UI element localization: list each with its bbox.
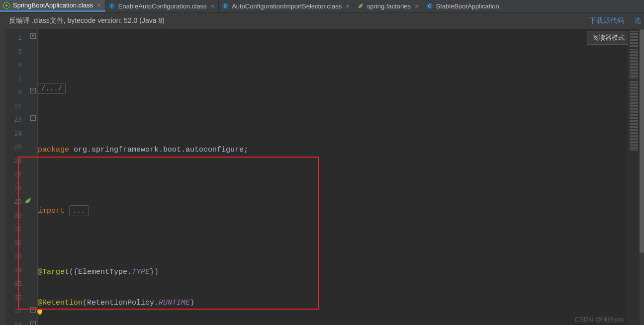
- code-editor[interactable]: /.../ package org.springframework.boot.a…: [38, 29, 628, 325]
- minimap-region: [630, 31, 638, 47]
- fold-expand-icon[interactable]: [30, 33, 36, 39]
- tab-label: AutoConfigurationImportSelector.class: [232, 2, 342, 10]
- minimap[interactable]: [628, 29, 640, 325]
- folded-imports[interactable]: ...: [69, 205, 89, 216]
- editor-tabs-bar: SpringBootApplication.class × I EnableAu…: [0, 0, 644, 12]
- line-number: 26: [6, 155, 29, 168]
- spring-gutter-icon[interactable]: [24, 197, 32, 205]
- line-number: 23: [6, 113, 29, 127]
- vertical-scrollbar[interactable]: [640, 29, 644, 325]
- fold-gutter: [29, 29, 38, 325]
- tab-autoconfigimportselector[interactable]: C AutoConfigurationImportSelector.class …: [219, 0, 354, 12]
- line-number: 33: [6, 250, 29, 264]
- minimap-region: [630, 81, 638, 151]
- line-number: 5: [6, 45, 29, 59]
- class-icon: C: [426, 2, 433, 9]
- tab-springbootapplication[interactable]: SpringBootApplication.class ×: [0, 0, 105, 12]
- fold-collapse-icon[interactable]: [30, 115, 36, 121]
- fold-expand-icon[interactable]: [30, 88, 36, 93]
- tab-label: EnableAutoConfiguration.class: [118, 2, 207, 10]
- scroll-thumb[interactable]: [640, 29, 644, 253]
- line-number: 32: [6, 237, 29, 250]
- watermark-text: CSDN @阿胜yss: [575, 315, 624, 324]
- class-icon: C: [222, 2, 229, 9]
- line-number: 6: [6, 59, 29, 73]
- editor-area: 1 5 6 7 8 22 23 24 25 26 27 28 29 30 31 …: [0, 29, 644, 325]
- line-number: 36: [6, 291, 29, 305]
- line-number: 7: [6, 73, 29, 86]
- download-source-link[interactable]: 下载源代码: [589, 16, 624, 25]
- line-number: 8: [6, 86, 29, 100]
- interface-icon: I: [108, 2, 115, 9]
- tab-enableautoconfiguration[interactable]: I EnableAutoConfiguration.class ×: [105, 0, 219, 12]
- line-number: 31: [6, 223, 29, 237]
- fold-collapse-icon[interactable]: [30, 321, 36, 325]
- select-link[interactable]: 选: [634, 16, 641, 25]
- line-number: 34: [6, 264, 29, 278]
- decompile-message: 反编译 .class文件, bytecode version: 52.0 (Ja…: [9, 16, 165, 25]
- close-icon[interactable]: ×: [211, 2, 215, 10]
- spring-leaf-icon: [357, 2, 364, 9]
- tab-label: SpringBootApplication.class: [13, 1, 93, 9]
- svg-text:I: I: [111, 3, 112, 8]
- decompile-info-bar: 反编译 .class文件, bytecode version: 52.0 (Ja…: [0, 12, 644, 29]
- fold-collapse-icon[interactable]: [30, 307, 36, 313]
- line-number: 24: [6, 127, 29, 141]
- tab-spring-factories[interactable]: spring.factories ×: [354, 0, 423, 12]
- line-number: 1: [6, 31, 29, 45]
- line-number: 38: [6, 319, 29, 325]
- line-number: 30: [6, 209, 29, 223]
- close-icon[interactable]: ×: [415, 2, 419, 10]
- svg-text:C: C: [428, 3, 431, 8]
- line-number: 22: [6, 100, 29, 114]
- line-number: 27: [6, 168, 29, 182]
- svg-text:C: C: [224, 3, 227, 8]
- line-number-gutter: 1 5 6 7 8 22 23 24 25 26 27 28 29 30 31 …: [6, 29, 29, 325]
- tab-stablebootapplication[interactable]: C StableBootApplication.: [423, 0, 506, 12]
- minimap-region: [630, 49, 638, 79]
- close-icon[interactable]: ×: [346, 2, 350, 10]
- folded-comment[interactable]: /.../: [38, 83, 66, 94]
- tab-label: spring.factories: [367, 2, 411, 10]
- svg-point-1: [5, 4, 8, 6]
- left-margin: [0, 29, 6, 325]
- line-number: 37: [6, 305, 29, 319]
- spring-class-icon: [3, 2, 10, 9]
- line-number: 25: [6, 141, 29, 155]
- close-icon[interactable]: ×: [97, 1, 101, 9]
- line-number: 28: [6, 182, 29, 196]
- line-number: 35: [6, 277, 29, 291]
- tab-label: StableBootApplication.: [436, 2, 501, 10]
